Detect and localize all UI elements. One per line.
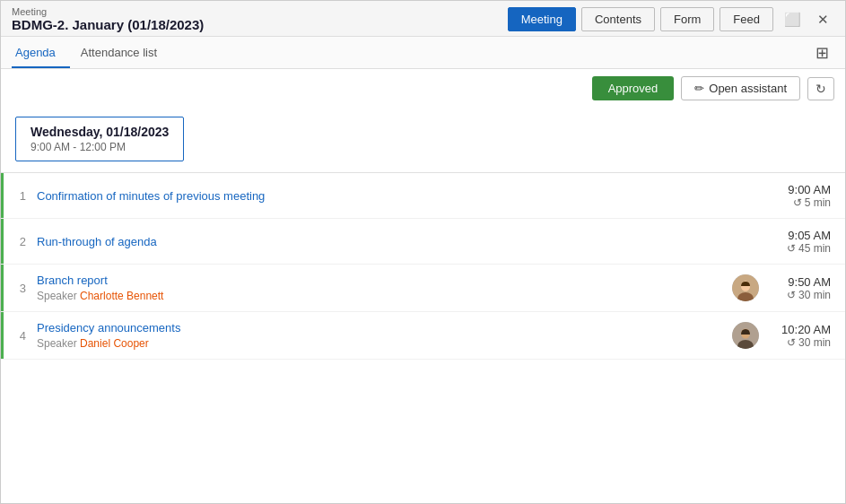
item-title[interactable]: Confirmation of minutes of previous meet… (37, 189, 732, 203)
item-content: Presidency announcementsSpeaker Daniel C… (37, 321, 732, 350)
avatar (732, 322, 759, 349)
minimize-button[interactable]: ⬜ (779, 9, 807, 30)
clock-icon: ↺ (793, 196, 802, 209)
item-right: 10:20 AM↺30 min (732, 322, 831, 349)
title-bar-right: Meeting Contents Form Feed ⬜ ✕ (508, 7, 834, 31)
duration-value: 30 min (798, 289, 831, 301)
tab-feed[interactable]: Feed (720, 7, 773, 31)
calendar-icon: ⊞ (815, 43, 829, 63)
calendar-icon-button[interactable]: ⊞ (810, 38, 834, 68)
item-number: 1 (1, 189, 37, 203)
time-main: 9:50 AM (768, 275, 831, 289)
item-title[interactable]: Branch report (37, 274, 732, 287)
speaker-label: Speaker (37, 337, 80, 350)
date-box: Wednesday, 01/18/2023 9:00 AM - 12:00 PM (15, 117, 184, 161)
item-time: 9:05 AM↺45 min (768, 229, 831, 255)
clock-icon: ↺ (787, 242, 796, 255)
item-right: 9:00 AM↺5 min (732, 182, 831, 209)
tab-contents[interactable]: Contents (581, 7, 655, 31)
tab-meeting[interactable]: Meeting (508, 7, 576, 31)
item-time: 9:50 AM↺30 min (768, 275, 831, 301)
clock-icon: ↺ (787, 289, 796, 301)
duration-value: 30 min (798, 336, 831, 349)
speaker-name: Charlotte Bennett (80, 290, 163, 302)
agenda-item-2[interactable]: 2Run-through of agenda9:05 AM↺45 min (1, 219, 845, 265)
open-assistant-button[interactable]: ✏ Open assistant (681, 76, 800, 100)
item-number: 2 (1, 235, 37, 248)
main-tabs-row: Agenda Attendance list ⊞ (1, 37, 845, 69)
item-time: 9:00 AM↺5 min (768, 183, 831, 209)
speaker-name: Daniel Cooper (80, 337, 149, 350)
agenda-item-3[interactable]: 3Branch reportSpeaker Charlotte Bennett … (1, 265, 845, 312)
item-speaker: Speaker Daniel Cooper (37, 337, 732, 350)
title-bar: Meeting BDMG-2. January (01/18/2023) Mee… (1, 1, 845, 37)
tab-form[interactable]: Form (660, 7, 714, 31)
clock-icon: ↺ (787, 336, 796, 349)
agenda-list: 1Confirmation of minutes of previous mee… (1, 173, 845, 503)
item-time: 10:20 AM↺30 min (768, 323, 831, 349)
time-duration: ↺30 min (768, 336, 831, 349)
time-duration: ↺45 min (768, 242, 831, 255)
item-content: Confirmation of minutes of previous meet… (37, 189, 732, 203)
empty-avatar (732, 228, 759, 255)
meeting-label: Meeting (12, 6, 204, 17)
tab-agenda[interactable]: Agenda (12, 37, 70, 68)
tabs-left: Agenda Attendance list (12, 37, 179, 68)
item-right: 9:50 AM↺30 min (732, 274, 831, 301)
duration-value: 45 min (798, 242, 831, 255)
empty-avatar (732, 182, 759, 209)
refresh-button[interactable]: ↻ (807, 77, 834, 100)
window-title: BDMG-2. January (01/18/2023) (12, 17, 204, 32)
tab-attendance[interactable]: Attendance list (77, 37, 171, 68)
duration-value: 5 min (805, 196, 831, 209)
main-window: Meeting BDMG-2. January (01/18/2023) Mee… (0, 0, 846, 504)
pencil-icon: ✏ (694, 82, 704, 95)
date-section: Wednesday, 01/18/2023 9:00 AM - 12:00 PM (1, 108, 845, 172)
avatar (732, 274, 759, 301)
speaker-label: Speaker (37, 290, 80, 302)
approved-button[interactable]: Approved (592, 76, 675, 100)
agenda-item-1[interactable]: 1Confirmation of minutes of previous mee… (1, 173, 845, 219)
item-number: 3 (1, 282, 37, 295)
item-content: Branch reportSpeaker Charlotte Bennett (37, 274, 732, 302)
item-number: 4 (1, 329, 37, 343)
title-bar-left: Meeting BDMG-2. January (01/18/2023) (12, 6, 204, 32)
item-speaker: Speaker Charlotte Bennett (37, 290, 732, 302)
item-title[interactable]: Run-through of agenda (37, 235, 732, 248)
item-right: 9:05 AM↺45 min (732, 228, 831, 255)
date-main: Wednesday, 01/18/2023 (31, 125, 169, 139)
toolbar: Approved ✏ Open assistant ↻ (1, 69, 845, 108)
time-main: 9:05 AM (768, 229, 831, 242)
item-title[interactable]: Presidency announcements (37, 321, 732, 335)
refresh-icon: ↻ (815, 82, 826, 96)
agenda-item-4[interactable]: 4Presidency announcementsSpeaker Daniel … (1, 312, 845, 360)
item-content: Run-through of agenda (37, 235, 732, 248)
date-time: 9:00 AM - 12:00 PM (31, 141, 169, 153)
time-duration: ↺30 min (768, 289, 831, 301)
close-button[interactable]: ✕ (812, 9, 834, 30)
time-main: 9:00 AM (768, 183, 831, 196)
open-assistant-label: Open assistant (709, 82, 787, 95)
time-duration: ↺5 min (768, 196, 831, 209)
time-main: 10:20 AM (768, 323, 831, 336)
